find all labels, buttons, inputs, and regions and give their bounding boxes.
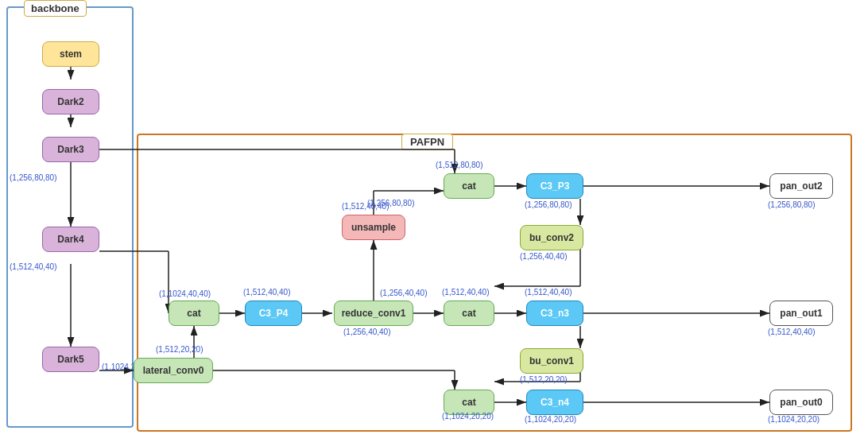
dim-pan-out1: (1,512,40,40): [768, 328, 816, 336]
dim-cat-n4-in: (1,1024,20,20): [442, 412, 494, 421]
dim-pan-out2: (1,256,80,80): [768, 200, 816, 209]
dim-c3-n4-out: (1,1024,20,20): [525, 415, 576, 424]
dim-dark4-out: (1,512,40,40): [10, 262, 57, 271]
node-c3-p3: C3_P3: [526, 173, 583, 199]
dim-pan-out0: (1,1024,20,20): [768, 415, 820, 424]
pafpn-label: PAFPN: [401, 134, 453, 150]
node-bu-conv2: bu_conv2: [520, 225, 583, 250]
node-cat-p3: cat: [444, 173, 494, 199]
dim-c3-p3-out: (1,256,80,80): [525, 200, 572, 209]
node-dark3: Dark3: [42, 137, 99, 162]
dim-lateral-out: (1,512,20,20): [156, 345, 203, 354]
node-pan-out0: pan_out0: [769, 390, 833, 415]
node-bu-conv1: bu_conv1: [520, 348, 583, 374]
dim-reduce-out: (1,256,40,40): [343, 328, 391, 336]
dim-bu-conv1-out: (1,512,20,20): [520, 375, 568, 384]
dim-cat-p3-bot: (1,256,80,80): [367, 199, 415, 207]
node-dark4: Dark4: [42, 227, 99, 252]
node-c3-n3: C3_n3: [526, 301, 583, 326]
node-pan-out1: pan_out1: [769, 301, 833, 326]
pafpn-box: [137, 134, 852, 432]
dim-c3-p4-out: (1,512,40,40): [243, 288, 291, 297]
node-dark2: Dark2: [42, 89, 99, 114]
dim-cat-n3-left: (1,256,40,40): [380, 289, 428, 297]
node-pan-out2: pan_out2: [769, 173, 833, 199]
backbone-label: backbone: [24, 0, 87, 17]
diagram-container: backbone PAFPN: [0, 0, 868, 446]
dim-dark3-out: (1,256,80,80): [10, 173, 57, 182]
node-unsample-p3: unsample: [342, 215, 405, 240]
dim-c3-n3-out: (1,512,40,40): [525, 288, 572, 297]
node-reduce-conv1: reduce_conv1: [334, 301, 413, 326]
node-stem: stem: [42, 41, 99, 67]
node-cat-n3: cat: [444, 301, 494, 326]
node-c3-n4: C3_n4: [526, 390, 583, 415]
node-lateral-conv0: lateral_conv0: [134, 358, 213, 383]
node-c3-p4: C3_P4: [245, 301, 302, 326]
node-cat-p4: cat: [169, 301, 219, 326]
dim-cat-n3-top: (1,512,40,40): [442, 288, 490, 297]
dim-cat-p3-top: (1,512,80,80): [436, 161, 483, 169]
node-dark5: Dark5: [42, 347, 99, 372]
dim-cat-p4-in: (1,1024,40,40): [159, 289, 211, 298]
dim-bu-conv2-out: (1,256,40,40): [520, 252, 568, 261]
